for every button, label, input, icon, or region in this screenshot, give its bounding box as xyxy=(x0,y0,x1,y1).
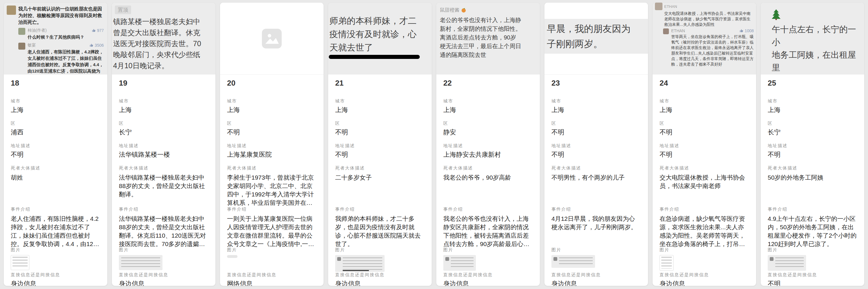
avatar xyxy=(663,29,669,34)
attachment-thumbnail[interactable] xyxy=(335,255,384,272)
record-number: 24 xyxy=(659,79,749,92)
field-label-deceased: 死者大体描述 xyxy=(119,166,209,171)
record-cover-image[interactable]: 置顶 镇路某楼一楼独居老夫妇中 曾是交大出版社翻译。休克 送医无对接医院而去世。… xyxy=(112,3,215,75)
attachment-thumbnail[interactable] xyxy=(552,255,595,268)
thumbs-up-icon xyxy=(740,29,744,33)
field-value-deceased: 我老公的爷爷，90岁高龄 xyxy=(443,173,533,182)
field-value-district: 静安 xyxy=(443,129,533,136)
field-label-direct: 直接信息还是间接信息 xyxy=(227,272,316,278)
thumbs-up-icon xyxy=(90,43,94,47)
photo-placeholder-icon xyxy=(261,28,282,49)
field-label-district: 区 xyxy=(552,121,641,126)
field-value-city: 上海 xyxy=(227,106,316,114)
record-card-23[interactable]: 早晨，我的朋友因为 子刚刚两岁。 23 城市上海 区不明 地址描述不明 死者大体… xyxy=(544,2,648,286)
field-label-deceased: 死者大体描述 xyxy=(227,166,316,171)
attachment-thumbnail[interactable] xyxy=(443,255,476,271)
field-label-address: 地址描述 xyxy=(335,143,425,149)
field-value-city: 上海 xyxy=(443,106,533,114)
field-value-event: 一则关于上海某康复医院一位病人因疫情管理无人护理而去世的文章在微信群里流转。最早… xyxy=(227,214,316,247)
field-label-direct: 直接信息还是间接信息 xyxy=(443,272,533,278)
field-value-address: 不明 xyxy=(768,151,857,158)
commenter-name: 敏宴 xyxy=(28,43,36,48)
field-label-district: 区 xyxy=(768,121,857,126)
field-value-city: 上海 xyxy=(552,106,641,114)
field-label-city: 城市 xyxy=(552,98,641,104)
wechat-comment-text: 交大电院退休教授，上海书协会员，书法家吴中南老师在急诊病逝，缺少氧气等医疗资源，… xyxy=(664,11,754,27)
field-value-district: 长宁 xyxy=(119,129,209,136)
field-value-direct: 不明 xyxy=(768,280,857,286)
record-cover-image[interactable]: ETHAN 交大电院退休教授，上海书协会员，书法家吴中南老师在急诊病逝，缺少氧气… xyxy=(653,3,756,75)
field-label-image: 图片 xyxy=(552,247,641,253)
field-label-address: 地址描述 xyxy=(659,143,749,149)
field-value-address: 不明 xyxy=(552,151,641,158)
field-value-address: 不明 xyxy=(335,151,425,158)
field-label-event: 事件介绍 xyxy=(119,207,209,212)
attachment-thumbnail[interactable] xyxy=(119,255,162,270)
record-card-22[interactable]: 鼠甜橙酱 老公的爷爷也没有计入，上海静 新村，全家阴的情况下他阳性。 离酒店后差… xyxy=(436,2,540,286)
record-card-25[interactable]: 午十点左右，长宁的一小 地务工阿姨，在出租屋里 了2个小时的120赶到时, 25… xyxy=(761,2,865,286)
cover-text: 午十点左右，长宁的一小 地务工阿姨，在出租屋里 了2个小时的120赶到时, xyxy=(771,23,864,75)
field-value-district: 不明 xyxy=(659,129,749,136)
record-card-20[interactable]: 20 城市上海 区不明 地址描述上海某康复医院 死者大体描述李昶生于1973年，… xyxy=(220,2,324,286)
wechat-comment-text: 我几十年前就认识的一位胡姓朋友也是因为封控、核酸检测等原因没有得到及时救治而死亡… xyxy=(18,5,104,26)
field-label-city: 城市 xyxy=(227,98,316,104)
field-value-direct: 身边信息 xyxy=(443,280,533,286)
field-value-direct: 身边信息 xyxy=(659,280,749,286)
record-number: 20 xyxy=(227,79,316,92)
field-value-direct: 身边信息 xyxy=(119,280,209,286)
record-cover-image[interactable]: 师弟的本科师妹，才二 疫情没有及时就诊，心 天就去世了 xyxy=(328,3,432,75)
field-value-event: 4月12日早晨，我的朋友因为心梗永远离开了，儿子刚刚两岁。 xyxy=(552,214,641,231)
field-value-address: 不明 xyxy=(11,151,100,158)
field-label-event: 事件介绍 xyxy=(335,207,425,212)
field-label-city: 城市 xyxy=(443,98,533,104)
pinned-badge: 置顶 xyxy=(115,5,131,14)
attachment-thumbnail[interactable] xyxy=(227,255,238,258)
field-value-deceased: 李昶生于1973年，曾就读于北京史家胡同小学、北京二中、北京四中，于1992年考… xyxy=(227,173,316,207)
record-card-18[interactable]: 我几十年前就认识的一位胡姓朋友也是因为封控、核酸检测等原因没有得到及时救治而死亡… xyxy=(3,2,107,286)
like-count: 977 xyxy=(92,28,104,33)
field-value-address: 不明 xyxy=(659,151,749,158)
field-label-address: 地址描述 xyxy=(552,143,641,149)
record-cover-image[interactable]: 我几十年前就认识的一位胡姓朋友也是因为封控、核酸检测等原因没有得到及时救治而死亡… xyxy=(4,3,107,75)
like-count: 3506 xyxy=(90,43,104,47)
field-label-district: 区 xyxy=(11,121,100,126)
field-label-city: 城市 xyxy=(659,98,749,104)
field-label-event: 事件介绍 xyxy=(659,207,749,212)
field-label-address: 地址描述 xyxy=(443,143,533,149)
field-label-event: 事件介绍 xyxy=(11,207,100,212)
redaction-bar xyxy=(329,55,420,59)
field-label-city: 城市 xyxy=(11,98,100,104)
record-number: 22 xyxy=(443,79,533,92)
record-card-21[interactable]: 师弟的本科师妹，才二 疫情没有及时就诊，心 天就去世了 21 城市上海 区不明 … xyxy=(328,2,432,286)
field-value-city: 上海 xyxy=(768,106,857,114)
field-value-deceased: 法华镇路某楼一楼独居老夫妇中88岁的丈夫，曾经是交大出版社翻译。 xyxy=(119,173,209,198)
field-label-deceased: 死者大体描述 xyxy=(659,166,749,171)
field-label-district: 区 xyxy=(443,121,533,126)
field-value-direct: 网络信息 xyxy=(227,280,316,286)
attachment-thumbnail[interactable] xyxy=(659,255,674,271)
attachment-thumbnail[interactable] xyxy=(11,255,29,270)
field-value-deceased: 50岁的外地务工阿姨 xyxy=(768,173,857,182)
record-cover-image[interactable]: 早晨，我的朋友因为 子刚刚两岁。 xyxy=(545,3,648,75)
record-card-19[interactable]: 置顶 镇路某楼一楼独居老夫妇中 曾是交大出版社翻译。休克 送医无对接医院而去世。… xyxy=(112,2,216,286)
record-cover-image[interactable] xyxy=(220,3,323,75)
field-label-image: 图片 xyxy=(227,247,316,253)
record-number: 25 xyxy=(768,79,857,92)
field-label-image: 图片 xyxy=(335,247,425,253)
field-label-image: 图片 xyxy=(659,247,749,253)
field-value-address: 上海静安去共康新村 xyxy=(443,151,533,158)
record-cover-image[interactable]: 午十点左右，长宁的一小 地务工阿姨，在出租屋里 了2个小时的120赶到时, xyxy=(761,3,864,75)
field-label-event: 事件介绍 xyxy=(443,207,533,212)
attachment-thumbnail[interactable] xyxy=(768,255,806,271)
commenter-name: ETHAN xyxy=(664,4,677,9)
field-label-direct: 直接信息还是间接信息 xyxy=(659,272,749,278)
avatar xyxy=(7,5,16,15)
field-label-address: 地址描述 xyxy=(227,143,316,149)
field-value-event: 我老公的爷爷也没有计入，上海静安区共康新村，全家阴的情况下他阳性，被转去隔离酒店… xyxy=(443,214,533,247)
field-label-deceased: 死者大体描述 xyxy=(768,166,857,171)
record-cover-image[interactable]: 鼠甜橙酱 老公的爷爷也没有计入，上海静 新村，全家阴的情况下他阳性。 离酒店后差… xyxy=(436,3,540,75)
field-value-address: 法华镇路某楼一楼 xyxy=(119,151,209,158)
record-number: 23 xyxy=(552,79,641,92)
record-card-24[interactable]: ETHAN 交大电院退休教授，上海书协会员，书法家吴中南老师在急诊病逝，缺少氧气… xyxy=(652,2,756,286)
avatar xyxy=(18,43,25,49)
